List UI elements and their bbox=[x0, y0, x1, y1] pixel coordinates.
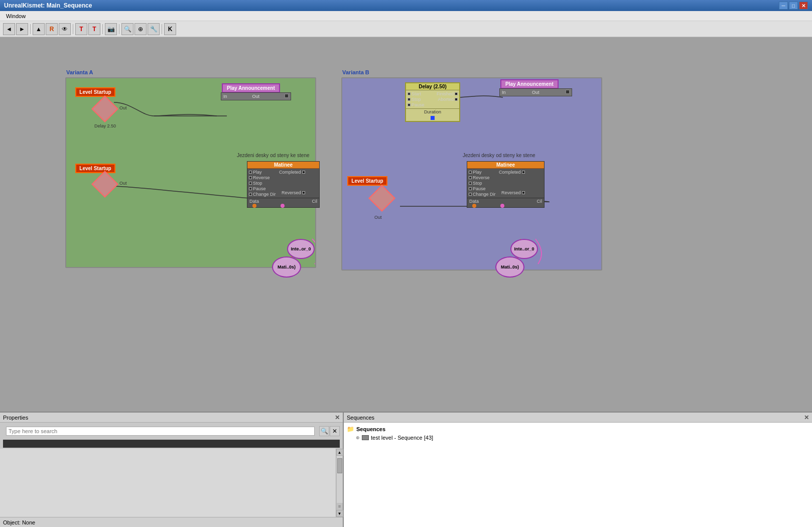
scroll-grip: ≡ bbox=[337, 503, 342, 510]
toolbar-sep-1 bbox=[30, 24, 31, 34]
eye-button[interactable]: 👁 bbox=[59, 23, 71, 35]
sequences-item[interactable]: ⊕ test level - Sequence [43] bbox=[346, 434, 810, 442]
sequences-close-button[interactable]: ✕ bbox=[804, 414, 809, 421]
level-startup-2[interactable]: Level Startup bbox=[75, 164, 115, 173]
sequence-icon bbox=[362, 435, 369, 440]
diamond-2-out-label: Out bbox=[119, 181, 127, 186]
search-buttons: 🔍 ✕ bbox=[319, 426, 340, 436]
search-go-button[interactable]: 🔍 bbox=[319, 426, 329, 436]
scroll-track[interactable] bbox=[337, 456, 343, 503]
close-button[interactable]: ✕ bbox=[799, 2, 808, 10]
delay-blue-dot-b bbox=[406, 115, 459, 121]
search-button[interactable]: 🔍 bbox=[121, 23, 133, 35]
t2-button[interactable]: T bbox=[88, 23, 100, 35]
delay-label-a: Delay 2.50 bbox=[94, 123, 116, 128]
properties-scrollbar[interactable]: ▲ ≡ ▼ bbox=[336, 449, 343, 517]
play-announcement-a-label: Play Announcement bbox=[222, 83, 280, 93]
zoom-button[interactable]: ⊕ bbox=[134, 23, 147, 35]
variant-a-panel: Varianta A Level Startup Out Delay 2.50 bbox=[65, 77, 316, 268]
oval-matinee-b-label: Mati..0s) bbox=[501, 265, 519, 270]
diamond-2 bbox=[91, 171, 118, 198]
back-button[interactable]: ◄ bbox=[3, 23, 15, 35]
diamond-1-container: Out Delay 2.50 bbox=[95, 99, 117, 121]
toolbar-sep-3 bbox=[102, 24, 103, 34]
level-startup-2-label: Level Startup bbox=[75, 164, 115, 173]
duration-label-b: Duration bbox=[424, 109, 441, 114]
announce-out-b: Out bbox=[532, 90, 539, 95]
wrench-button[interactable]: 🔧 bbox=[148, 23, 160, 35]
matinee-title-a: Jezdeni desky od steny ke stene bbox=[237, 153, 310, 158]
level-startup-1[interactable]: Level Startup bbox=[75, 87, 115, 97]
matinee-outputs-b: Completed Reversed bbox=[497, 169, 526, 198]
object-status: Object: None bbox=[0, 517, 343, 527]
scroll-thumb[interactable] bbox=[337, 458, 342, 473]
up-button[interactable]: ▲ bbox=[33, 23, 45, 35]
scroll-down-arrow[interactable]: ▼ bbox=[336, 510, 343, 517]
camera-button[interactable]: 📷 bbox=[105, 23, 117, 35]
matinee-node-a[interactable]: Matinee Play Reverse Stop Pause Change D… bbox=[247, 161, 320, 208]
matinee-node-b[interactable]: Matinee Play Reverse Stop Pause Change D… bbox=[467, 161, 545, 208]
announce-in-a: In bbox=[223, 94, 227, 99]
delay-bottom-b: Duration bbox=[406, 108, 459, 115]
app-title: UnrealKismet: Main_Sequence bbox=[4, 2, 92, 9]
variant-a-label: Varianta A bbox=[66, 69, 93, 75]
delay-ports-b: Start Stop Pause Finished Aborted bbox=[406, 90, 459, 108]
menu-window[interactable]: Window bbox=[2, 12, 30, 20]
sequences-panel: Sequences ✕ 📁 Sequences ⊕ test level - S… bbox=[344, 413, 812, 527]
maximize-button[interactable]: □ bbox=[789, 2, 798, 10]
r-button[interactable]: R bbox=[46, 23, 58, 35]
matinee-data-dots-a bbox=[247, 204, 319, 207]
matinee-title-b: Jezdeni desky od steny ke stene bbox=[463, 153, 535, 158]
matinee-inputs-b: Play Reverse Stop Pause Change Dir bbox=[467, 169, 497, 198]
level-startup-1-label: Level Startup bbox=[75, 87, 115, 97]
forward-button[interactable]: ► bbox=[16, 23, 28, 35]
sequences-item-label: test level - Sequence [43] bbox=[371, 435, 433, 441]
diamond-1-out-label: Out bbox=[119, 105, 127, 110]
matinee-header-a: Matinee bbox=[247, 162, 319, 169]
scroll-up-arrow[interactable]: ▲ bbox=[336, 449, 343, 456]
properties-search-input[interactable] bbox=[6, 427, 315, 436]
properties-dark-bar bbox=[3, 440, 340, 448]
matinee-header-b: Matinee bbox=[467, 162, 544, 169]
delay-node-b[interactable]: Delay (2.50) Start Stop Pause Finished A… bbox=[405, 82, 460, 122]
matinee-bottom-a: Data Cil bbox=[247, 198, 319, 204]
diamond-2-container: Out bbox=[95, 175, 117, 197]
properties-close-button[interactable]: ✕ bbox=[335, 414, 340, 421]
toolbar: ◄ ► ▲ R 👁 T T 📷 🔍 ⊕ 🔧 K bbox=[0, 21, 812, 37]
matinee-bottom-b: Data Cil bbox=[467, 198, 544, 204]
diamond-b-out-label: Out bbox=[374, 215, 382, 220]
delay-inputs-b: Start Stop Pause bbox=[406, 90, 426, 108]
sequences-folder-label: Sequences bbox=[356, 426, 385, 432]
t1-button[interactable]: T bbox=[75, 23, 87, 35]
properties-title: Properties bbox=[3, 415, 28, 421]
sequences-title: Sequences bbox=[347, 415, 374, 421]
titlebar: UnrealKismet: Main_Sequence ─ □ ✕ bbox=[0, 0, 812, 11]
delay-header-b: Delay (2.50) bbox=[406, 83, 459, 90]
main-canvas[interactable]: Varianta A Level Startup Out Delay 2.50 bbox=[0, 37, 812, 412]
sequences-header: Sequences ✕ bbox=[344, 413, 812, 423]
toolbar-sep-5 bbox=[162, 24, 162, 34]
delay-outputs-b: Finished Aborted bbox=[435, 90, 459, 108]
sequences-folder[interactable]: 📁 Sequences bbox=[346, 425, 810, 434]
diamond-1 bbox=[91, 95, 118, 122]
search-clear-button[interactable]: ✕ bbox=[330, 426, 340, 436]
toolbar-sep-4 bbox=[119, 24, 119, 34]
k-button[interactable]: K bbox=[164, 23, 176, 35]
bottom-area: Properties ✕ 🔍 ✕ ▲ ≡ ▼ Object: None bbox=[0, 412, 812, 527]
variant-b-panel: Varianta B Delay (2.50) Start Stop Pa bbox=[341, 77, 602, 271]
properties-header: Properties ✕ bbox=[0, 413, 343, 423]
diamond-b bbox=[368, 185, 395, 212]
announce-out-a: Out bbox=[252, 94, 260, 99]
oval-matinee-a[interactable]: Mati..0s) bbox=[272, 256, 301, 278]
properties-panel: Properties ✕ 🔍 ✕ ▲ ≡ ▼ Object: None bbox=[0, 413, 344, 527]
oval-interior-a[interactable]: Inte..or_0 bbox=[287, 239, 315, 259]
minimize-button[interactable]: ─ bbox=[779, 2, 788, 10]
oval-interior-b[interactable]: Inte..or_0 bbox=[510, 239, 538, 259]
object-status-text: Object: None bbox=[3, 519, 35, 525]
titlebar-controls: ─ □ ✕ bbox=[779, 2, 808, 10]
properties-search-row: 🔍 ✕ bbox=[3, 425, 340, 438]
oval-matinee-a-label: Mati..0s) bbox=[278, 265, 296, 270]
oval-matinee-b[interactable]: Mati..0s) bbox=[495, 256, 524, 278]
sequences-content: 📁 Sequences ⊕ test level - Sequence [43] bbox=[344, 423, 812, 527]
matinee-data-dots-b bbox=[467, 204, 544, 207]
